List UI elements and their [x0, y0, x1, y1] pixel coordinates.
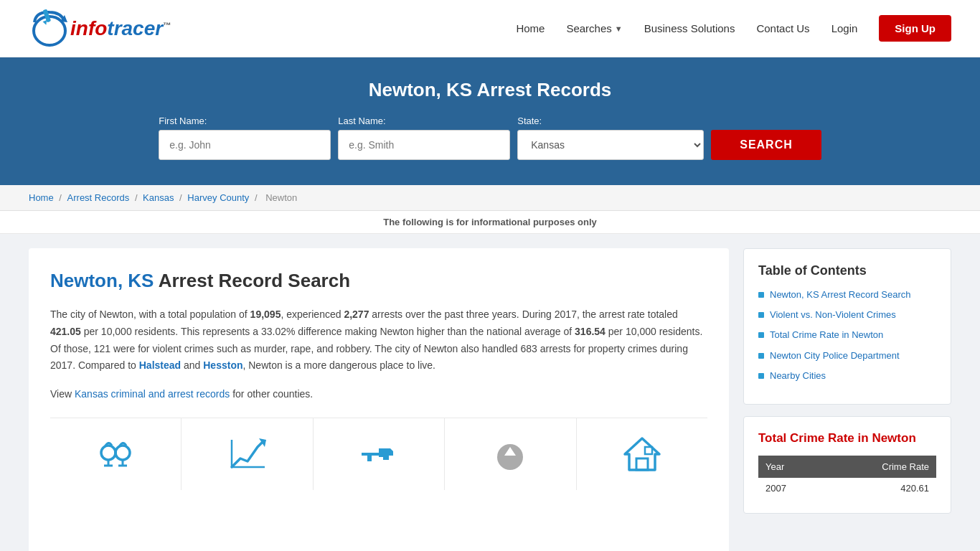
scroll-up-block [445, 418, 576, 490]
logo[interactable]: infotracer™ [29, 8, 171, 50]
house-block [577, 418, 707, 490]
heading-rest: Arrest Record Search [154, 270, 350, 291]
first-name-group: First Name: [159, 116, 331, 160]
toc-item-4: Newton City Police Department [758, 349, 936, 362]
logo-icon [29, 8, 70, 50]
left-column: Newton, KS Arrest Record Search The city… [29, 248, 729, 551]
state-label: State: [517, 116, 542, 126]
logo-text: infotracer™ [70, 17, 171, 40]
col-year-header: Year [758, 456, 823, 478]
hero-banner: Newton, KS Arrest Records First Name: La… [0, 57, 980, 185]
hesston-link[interactable]: Hesston [203, 359, 242, 371]
hero-title: Newton, KS Arrest Records [29, 79, 951, 101]
svg-rect-14 [367, 456, 372, 461]
nav-links: Home Searches ▼ Business Solutions Conta… [516, 15, 951, 42]
first-name-label: First Name: [159, 116, 207, 126]
house-icon [621, 433, 664, 476]
halstead-link[interactable]: Halstead [139, 359, 181, 371]
toc-item-2: Violent vs. Non-Violent Crimes [758, 309, 936, 321]
info-bar: The following is for informational purpo… [0, 211, 980, 234]
rate-cell: 420.61 [823, 478, 936, 499]
toc-link-5[interactable]: Nearby Cities [770, 369, 826, 382]
gun-icon [357, 433, 400, 476]
toc-box: Table of Contents Newton, KS Arrest Reco… [743, 248, 951, 405]
svg-point-4 [101, 446, 116, 460]
population-value: 19,095 [250, 309, 281, 320]
svg-rect-18 [636, 458, 648, 470]
state-group: State: Kansas [517, 116, 704, 160]
kansas-records-link[interactable]: Kansas criminal and arrest records [75, 388, 230, 400]
city-name: Newton, KS [50, 270, 154, 291]
breadcrumb-newton: Newton [265, 192, 297, 203]
year-cell: 2007 [758, 478, 823, 499]
nav-contact[interactable]: Contact Us [756, 22, 809, 34]
chart-icon [226, 433, 269, 476]
national-avg-value: 316.54 [575, 326, 606, 337]
breadcrumb: Home / Arrest Records / Kansas / Harvey … [0, 185, 980, 211]
arrests-value: 2,277 [344, 309, 369, 320]
crime-rate-table: Year Crime Rate 2007 420.61 [758, 456, 936, 499]
state-select[interactable]: Kansas [517, 130, 704, 160]
search-form: First Name: Last Name: State: Kansas SEA… [29, 116, 951, 160]
page-heading: Newton, KS Arrest Record Search [50, 270, 707, 292]
first-name-input[interactable] [159, 130, 331, 160]
last-name-group: Last Name: [338, 116, 510, 160]
right-column: Table of Contents Newton, KS Arrest Reco… [743, 248, 951, 551]
handcuffs-block [50, 418, 182, 490]
svg-rect-6 [114, 451, 117, 454]
icons-row [50, 418, 707, 490]
last-name-label: Last Name: [338, 116, 385, 126]
toc-link-2[interactable]: Violent vs. Non-Violent Crimes [770, 309, 896, 321]
nav-business[interactable]: Business Solutions [644, 22, 735, 34]
toc-link-3[interactable]: Total Crime Rate in Newton [770, 329, 883, 342]
chart-block [182, 418, 313, 490]
signup-button[interactable]: Sign Up [879, 15, 951, 42]
login-button[interactable]: Login [831, 22, 858, 34]
crime-rate-title: Total Crime Rate in Newton [758, 431, 936, 446]
svg-marker-17 [625, 438, 659, 470]
crime-rate-box: Total Crime Rate in Newton Year Crime Ra… [743, 416, 951, 514]
breadcrumb-home[interactable]: Home [29, 192, 54, 203]
toc-list: Newton, KS Arrest Record Search Violent … [758, 288, 936, 382]
toc-link-4[interactable]: Newton City Police Department [770, 349, 900, 362]
last-name-input[interactable] [338, 130, 510, 160]
nav-home[interactable]: Home [516, 22, 545, 34]
toc-item-5: Nearby Cities [758, 369, 936, 382]
breadcrumb-kansas[interactable]: Kansas [143, 192, 174, 203]
toc-title: Table of Contents [758, 263, 936, 278]
toc-item-1: Newton, KS Arrest Record Search [758, 288, 936, 301]
chevron-down-icon: ▼ [615, 24, 623, 33]
toc-bullet [758, 332, 764, 338]
breadcrumb-arrest-records[interactable]: Arrest Records [67, 192, 130, 203]
main-content: Newton, KS Arrest Record Search The city… [0, 234, 980, 551]
description-paragraph-1: The city of Newton, with a total populat… [50, 306, 707, 375]
toc-bullet [758, 353, 764, 359]
gun-block [314, 418, 445, 490]
toc-link-1[interactable]: Newton, KS Arrest Record Search [770, 288, 911, 301]
nav-searches[interactable]: Searches ▼ [566, 22, 622, 34]
toc-item-3: Total Crime Rate in Newton [758, 329, 936, 342]
description-paragraph-2: View Kansas criminal and arrest records … [50, 386, 707, 403]
toc-bullet [758, 312, 764, 318]
handcuffs-icon [94, 433, 137, 476]
breadcrumb-harvey-county[interactable]: Harvey County [187, 192, 249, 203]
toc-bullet [758, 373, 764, 379]
navbar: infotracer™ Home Searches ▼ Business Sol… [0, 0, 980, 57]
col-rate-header: Crime Rate [823, 456, 936, 478]
toc-bullet [758, 292, 764, 298]
table-row: 2007 420.61 [758, 478, 936, 499]
scroll-up-icon [489, 433, 532, 476]
svg-point-5 [116, 446, 130, 460]
rate-2017-value: 421.05 [50, 326, 81, 337]
search-button[interactable]: SEARCH [711, 130, 821, 160]
